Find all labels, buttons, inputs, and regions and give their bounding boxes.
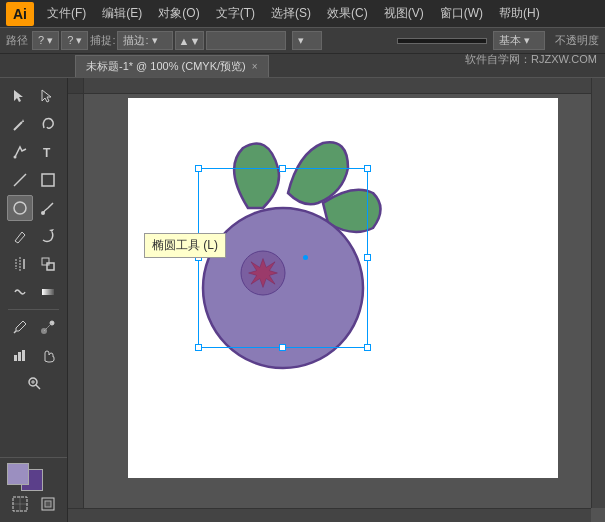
ruler-corner <box>68 78 84 94</box>
scrollbar-horizontal[interactable] <box>68 508 591 522</box>
line-tool[interactable] <box>7 167 33 193</box>
svg-rect-4 <box>42 174 54 186</box>
tool-bottom <box>0 457 67 518</box>
tool-row-artboard <box>0 490 67 518</box>
tool-row-ellipse <box>0 194 67 222</box>
svg-rect-17 <box>18 352 21 361</box>
svg-line-3 <box>14 174 26 186</box>
tool-row-selection <box>0 82 67 110</box>
path-label: 路径 <box>6 33 28 48</box>
menu-object[interactable]: 对象(O) <box>151 3 206 24</box>
menu-file[interactable]: 文件(F) <box>40 3 93 24</box>
svg-line-12 <box>14 331 16 333</box>
toolbar-question-btn[interactable]: ? ▾ <box>32 31 59 50</box>
svg-rect-27 <box>45 501 51 507</box>
direct-selection-tool[interactable] <box>35 83 61 109</box>
snap-dropdown[interactable]: 描边: ▾ <box>117 31 172 50</box>
hand-tool[interactable] <box>35 342 61 368</box>
opacity-label: 不透明度 <box>555 33 599 48</box>
menu-edit[interactable]: 编辑(E) <box>95 3 149 24</box>
selection-tool[interactable] <box>7 83 33 109</box>
eyedropper-tool[interactable] <box>7 314 33 340</box>
svg-line-20 <box>36 385 40 389</box>
tool-row-4 <box>0 166 67 194</box>
main-area: T <box>0 78 605 522</box>
tool-row-6 <box>0 222 67 250</box>
tab-right-info: 软件自学网：RJZXW.COM <box>465 52 597 67</box>
svg-marker-30 <box>249 259 278 288</box>
snap-label: 捕捉: <box>90 33 115 48</box>
svg-point-5 <box>14 202 26 214</box>
app-logo: Ai <box>6 2 34 26</box>
svg-marker-8 <box>49 229 54 232</box>
artboard-tool[interactable] <box>7 491 33 517</box>
scrollbar-vertical[interactable] <box>591 78 605 508</box>
svg-point-1 <box>13 156 16 159</box>
toolbox: T <box>0 78 68 522</box>
magic-wand-tool[interactable] <box>7 111 33 137</box>
document-tab[interactable]: 未标题-1* @ 100% (CMYK/预览) × <box>75 55 269 77</box>
menu-select[interactable]: 选择(S) <box>264 3 318 24</box>
stroke-style-preview <box>397 38 487 44</box>
navigator-tool[interactable] <box>35 491 61 517</box>
scale-tool[interactable] <box>35 251 61 277</box>
rotate-tool[interactable] <box>35 223 61 249</box>
svg-point-6 <box>41 211 45 215</box>
svg-rect-11 <box>42 289 54 295</box>
menu-window[interactable]: 窗口(W) <box>433 3 490 24</box>
tool-row-pen: T <box>0 138 67 166</box>
graph-tool[interactable] <box>7 342 33 368</box>
ellipse-tool[interactable] <box>7 195 33 221</box>
artwork-svg <box>68 78 498 458</box>
tab-bar: 未标题-1* @ 100% (CMYK/预览) × 软件自学网：RJZXW.CO… <box>0 54 605 78</box>
svg-rect-10 <box>47 263 54 270</box>
rect-tool[interactable] <box>35 167 61 193</box>
svg-rect-18 <box>22 350 25 361</box>
svg-rect-9 <box>42 258 49 265</box>
warp-tool[interactable] <box>7 279 33 305</box>
color-boxes <box>0 462 67 486</box>
toolbar-controls: ? ▾ ? ▾ 捕捉: 描边: ▾ ▲▼ ▾ <box>32 31 322 50</box>
zoom-tool[interactable] <box>21 370 47 396</box>
paintbrush-tool[interactable] <box>35 195 61 221</box>
reflect-tool[interactable] <box>7 251 33 277</box>
canvas-area: 椭圆工具 (L) <box>68 78 605 522</box>
type-tool[interactable]: T <box>35 139 61 165</box>
menu-bar: Ai 文件(F) 编辑(E) 对象(O) 文字(T) 选择(S) 效果(C) 视… <box>0 0 605 27</box>
tab-close-btn[interactable]: × <box>252 61 258 72</box>
menu-help[interactable]: 帮助(H) <box>492 3 547 24</box>
properties-toolbar: 路径 ? ▾ ? ▾ 捕捉: 描边: ▾ ▲▼ ▾ 基本 ▾ 不透明度 <box>0 27 605 54</box>
lasso-tool[interactable] <box>35 111 61 137</box>
menu-view[interactable]: 视图(V) <box>377 3 431 24</box>
stroke-arrows[interactable]: ▲▼ <box>175 31 205 50</box>
pen-tool[interactable] <box>7 139 33 165</box>
svg-line-7 <box>22 232 25 235</box>
gradient-tool[interactable] <box>35 279 61 305</box>
toolbar-question-btn2[interactable]: ? ▾ <box>61 31 88 50</box>
menu-effect[interactable]: 效果(C) <box>320 3 375 24</box>
tool-divider-1 <box>8 309 59 310</box>
stroke-preset-dropdown[interactable]: 基本 ▾ <box>493 31 545 50</box>
tool-row-9 <box>0 313 67 341</box>
tool-row-8 <box>0 278 67 306</box>
blend-tool[interactable] <box>35 314 61 340</box>
stroke-type-dropdown[interactable]: ▾ <box>292 31 322 50</box>
pencil-tool[interactable] <box>7 223 33 249</box>
tool-row-7 <box>0 250 67 278</box>
tool-row-10 <box>0 341 67 369</box>
tab-title: 未标题-1* @ 100% (CMYK/预览) <box>86 59 246 74</box>
tool-row-2 <box>0 110 67 138</box>
tool-row-11 <box>0 369 67 397</box>
svg-text:T: T <box>43 146 51 160</box>
stroke-value-input[interactable] <box>206 31 286 50</box>
svg-line-0 <box>14 122 22 130</box>
menu-text[interactable]: 文字(T) <box>209 3 262 24</box>
svg-rect-16 <box>14 355 17 361</box>
fill-color-box[interactable] <box>8 464 28 484</box>
svg-point-28 <box>203 208 363 368</box>
svg-line-15 <box>44 323 52 331</box>
